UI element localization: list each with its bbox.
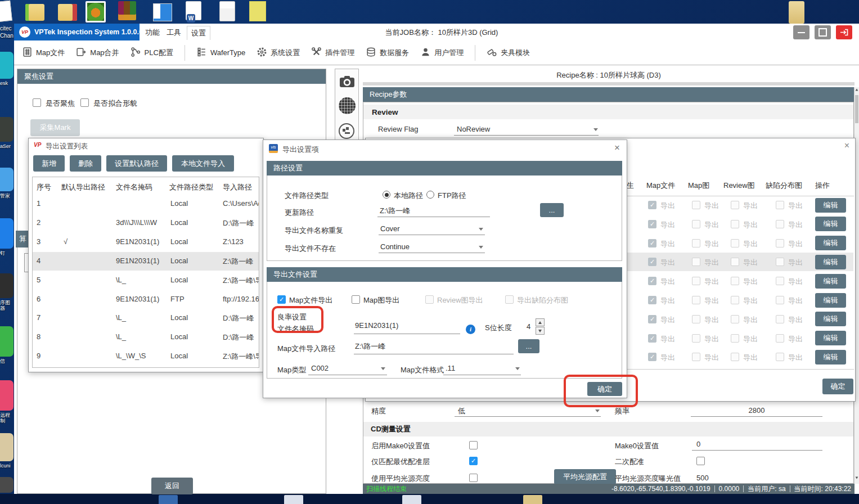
update-path-value[interactable]: Z:\路一峰: [380, 206, 410, 216]
desktop-shortcut-icon[interactable]: [0, 477, 14, 493]
map-type-caret[interactable]: [381, 367, 385, 370]
defect-export-checkbox[interactable]: [505, 295, 514, 304]
toolbar-plugin-manage[interactable]: 插件管理: [311, 47, 354, 59]
toolbar-data-service[interactable]: 数据服务: [366, 47, 409, 59]
edit-button[interactable]: 编辑: [815, 217, 846, 231]
export-checkbox[interactable]: [648, 315, 656, 323]
export-checkbox[interactable]: [776, 334, 784, 343]
close-icon[interactable]: ×: [844, 141, 849, 151]
export-list-row[interactable]: 7\L_LocalD:\路一峰: [33, 309, 259, 327]
app-blue-icon[interactable]: [153, 1, 174, 22]
export-checkbox[interactable]: [731, 315, 739, 323]
export-checkbox[interactable]: [648, 201, 656, 209]
precision-value[interactable]: 低: [458, 406, 465, 416]
export-checkbox[interactable]: [776, 296, 784, 304]
menu-function[interactable]: 功能: [145, 28, 160, 38]
scrollbar-thumb[interactable]: [855, 95, 858, 123]
export-list-row[interactable]: 9\L_\W_\SLocalZ:\路一峰\导: [33, 347, 259, 366]
edit-button[interactable]: 编辑: [815, 293, 846, 308]
export-checkbox[interactable]: [648, 353, 656, 361]
export-checkbox[interactable]: [692, 201, 700, 209]
local-path-radio[interactable]: [383, 191, 390, 199]
export-list-row[interactable]: 1LocalC:\Users\Ad: [33, 195, 259, 213]
word-doc-icon[interactable]: W: [186, 1, 207, 22]
folder-red-icon[interactable]: [58, 1, 79, 22]
desktop-shortcut-icon[interactable]: [0, 168, 14, 191]
local-file-import-button[interactable]: 本地文件导入: [172, 155, 234, 172]
not-exist-value[interactable]: Continue: [380, 242, 410, 251]
back-button[interactable]: 返回: [151, 478, 193, 494]
sticky-note-icon[interactable]: [249, 1, 271, 22]
collect-mark-button[interactable]: 采集Mark: [30, 119, 80, 136]
avg-light-checkbox[interactable]: [469, 474, 478, 482]
edit-button[interactable]: 编辑: [815, 274, 846, 289]
edit-button[interactable]: 编辑: [815, 198, 846, 213]
export-checkbox[interactable]: [692, 334, 700, 343]
export-list-row[interactable]: 5\L_LocalZ:\路一峰\导: [33, 271, 259, 290]
export-checkbox[interactable]: [692, 353, 700, 361]
map-image-export-checkbox[interactable]: [352, 295, 360, 304]
export-checkbox[interactable]: [648, 258, 656, 266]
name-repeat-value[interactable]: Cover: [380, 224, 400, 233]
export-checkbox[interactable]: [731, 353, 739, 361]
toolbar-system-settings[interactable]: 系统设置: [257, 47, 300, 59]
export-checkbox[interactable]: [731, 296, 739, 304]
fit-shape-checkbox[interactable]: [80, 98, 89, 107]
review-flag-caret[interactable]: [593, 128, 598, 131]
add-button[interactable]: 新增: [33, 155, 65, 172]
wafer-grid-icon[interactable]: [339, 97, 356, 114]
export-checkbox[interactable]: [731, 201, 739, 209]
document-icon[interactable]: [0, 1, 17, 22]
not-exist-caret[interactable]: [479, 246, 483, 249]
import-path-value[interactable]: Z:\路一峰: [355, 341, 385, 352]
import-path-browse-button[interactable]: ...: [518, 339, 539, 353]
export-checkbox[interactable]: [692, 220, 700, 228]
desktop-shortcut-icon[interactable]: [0, 380, 14, 411]
name-repeat-caret[interactable]: [479, 228, 483, 231]
export-checkbox[interactable]: [776, 353, 784, 361]
wafer-image-icon[interactable]: [86, 1, 107, 22]
export-list-row[interactable]: 3√9E1N2031(1)LocalZ:\123: [33, 233, 259, 251]
dialog-close-icon[interactable]: ×: [614, 142, 620, 154]
export-checkbox[interactable]: [648, 220, 656, 228]
edit-button[interactable]: 编辑: [815, 236, 846, 250]
s-length-down-button[interactable]: [536, 327, 545, 335]
scrollbar-up-icon[interactable]: [855, 88, 858, 91]
frequency-value[interactable]: 2800: [691, 406, 822, 415]
export-checkbox[interactable]: [648, 296, 656, 304]
toolbar-wafer-type[interactable]: WaferType: [196, 47, 245, 59]
winrar-icon[interactable]: [118, 1, 140, 22]
map-type-value[interactable]: C002: [311, 364, 329, 372]
menu-tools[interactable]: 工具: [167, 28, 181, 38]
desktop-shortcut-icon[interactable]: [0, 326, 14, 357]
export-checkbox[interactable]: [731, 239, 739, 248]
hidden-algo-tab[interactable]: 算: [16, 231, 29, 248]
map-format-caret[interactable]: [515, 367, 520, 370]
export-checkbox[interactable]: [776, 239, 784, 248]
map-format-value[interactable]: .11: [446, 364, 455, 372]
toolbar-map-merge[interactable]: Map合并: [76, 47, 119, 59]
export-checkbox[interactable]: [776, 201, 784, 209]
update-path-browse-button[interactable]: ...: [540, 203, 564, 217]
ftp-path-radio[interactable]: [426, 191, 434, 199]
export-checkbox[interactable]: [692, 258, 700, 266]
export-checkbox[interactable]: [731, 334, 739, 343]
desktop-shortcut-icon[interactable]: [0, 273, 14, 298]
minimize-button[interactable]: [793, 25, 809, 39]
export-checkbox[interactable]: [731, 220, 739, 228]
export-list-row[interactable]: 49E1N2031(1)LocalZ:\路一峰: [33, 252, 259, 271]
precision-caret[interactable]: [595, 410, 600, 412]
export-checkbox[interactable]: [692, 239, 700, 248]
folder-stub-icon[interactable]: [523, 495, 542, 504]
make0-enable-checkbox[interactable]: [469, 441, 478, 449]
desktop-shortcut-icon[interactable]: [0, 433, 14, 461]
export-list-row[interactable]: 8\L_LocalD:\路一峰: [33, 328, 259, 346]
s-length-up-button[interactable]: [536, 318, 545, 326]
maximize-button[interactable]: [815, 25, 831, 39]
edit-button[interactable]: 编辑: [815, 331, 846, 345]
export-checkbox[interactable]: [692, 315, 700, 323]
map-file-export-checkbox[interactable]: [277, 295, 286, 304]
folder-green-icon[interactable]: [25, 1, 47, 22]
edit-button[interactable]: 编辑: [815, 350, 846, 364]
export-checkbox[interactable]: [776, 258, 784, 266]
